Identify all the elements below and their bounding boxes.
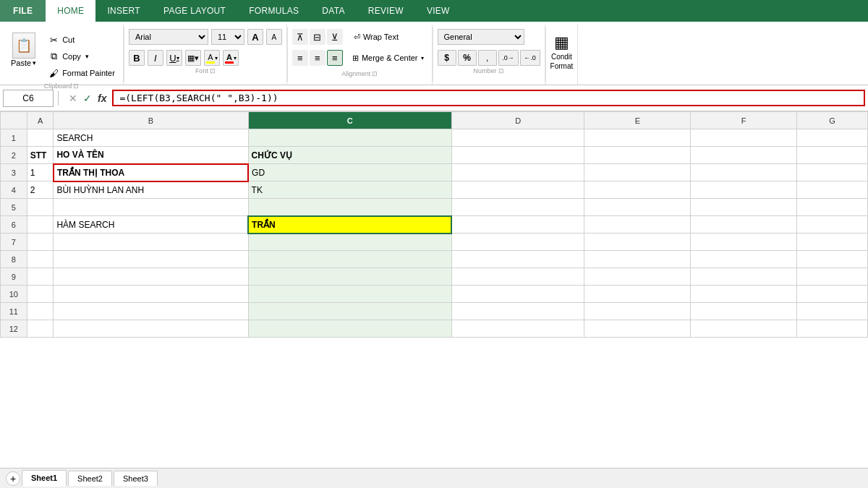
row-header-12[interactable]: 12 xyxy=(1,320,27,338)
cell-b3[interactable]: TRẦN THỊ THOA xyxy=(54,164,248,181)
cell-b4[interactable]: BÙI HUỲNH LAN ANH xyxy=(54,181,248,199)
cell-g1[interactable] xyxy=(797,129,868,147)
font-name-select[interactable]: Arial xyxy=(129,29,208,45)
cell-d11[interactable] xyxy=(451,303,584,320)
copy-button[interactable]: ⧉ Copy ▾ xyxy=(44,48,119,64)
row-header-8[interactable]: 8 xyxy=(1,251,27,268)
cell-g4[interactable] xyxy=(797,181,868,199)
underline-button[interactable]: U ▾ xyxy=(166,50,182,66)
cell-f7[interactable] xyxy=(691,234,797,251)
tab-insert[interactable]: INSERT xyxy=(95,0,152,22)
tab-home[interactable]: HOME xyxy=(46,0,95,22)
col-header-e[interactable]: E xyxy=(584,112,691,129)
cancel-formula-icon[interactable]: ✕ xyxy=(69,93,77,104)
cell-a8[interactable] xyxy=(27,251,54,268)
cell-d3[interactable] xyxy=(451,164,584,181)
sheet-tab-1[interactable]: Sheet1 xyxy=(22,470,67,487)
sheet-tab-2[interactable]: Sheet2 xyxy=(68,471,112,486)
align-right-button[interactable]: ≡ xyxy=(327,50,343,66)
fill-color-dropdown[interactable]: ▾ xyxy=(215,55,218,61)
cell-c11[interactable] xyxy=(248,303,451,320)
cell-reference-input[interactable] xyxy=(3,90,54,107)
cell-c9[interactable] xyxy=(248,268,451,286)
new-sheet-button[interactable]: + xyxy=(6,471,20,486)
fill-color-button[interactable]: A ▾ xyxy=(204,50,220,66)
border-button[interactable]: ▦▾ xyxy=(185,50,201,66)
bold-button[interactable]: B xyxy=(129,50,145,66)
cell-b11[interactable] xyxy=(54,303,248,320)
cell-g5[interactable] xyxy=(797,199,868,216)
col-header-f[interactable]: F xyxy=(691,112,797,129)
cell-g9[interactable] xyxy=(797,268,868,286)
cell-f9[interactable] xyxy=(691,268,797,286)
cell-a3[interactable]: 1 xyxy=(27,164,54,181)
cell-b10[interactable] xyxy=(54,286,248,303)
merge-dropdown-icon[interactable]: ▾ xyxy=(421,55,424,61)
align-center-button[interactable]: ≡ xyxy=(310,50,326,66)
cell-e4[interactable] xyxy=(584,181,691,199)
col-header-d[interactable]: D xyxy=(451,112,584,129)
cell-a6[interactable] xyxy=(27,216,54,234)
col-header-a[interactable]: A xyxy=(27,112,54,129)
alignment-dialog-icon[interactable]: ⊡ xyxy=(372,70,378,77)
cell-f12[interactable] xyxy=(691,320,797,338)
number-format-select[interactable]: General xyxy=(438,29,524,45)
cell-a10[interactable] xyxy=(27,286,54,303)
font-size-select[interactable]: 11 xyxy=(211,29,244,45)
cell-b6[interactable]: HÀM SEARCH xyxy=(54,216,248,234)
cell-e10[interactable] xyxy=(584,286,691,303)
cell-g10[interactable] xyxy=(797,286,868,303)
cell-c8[interactable] xyxy=(248,251,451,268)
cell-d6[interactable] xyxy=(451,216,584,234)
cell-e6[interactable] xyxy=(584,216,691,234)
clipboard-dialog-icon[interactable]: ⊡ xyxy=(73,82,79,90)
align-left-button[interactable]: ≡ xyxy=(292,50,308,66)
cell-d5[interactable] xyxy=(451,199,584,216)
cell-b8[interactable] xyxy=(54,251,248,268)
cell-f6[interactable] xyxy=(691,216,797,234)
font-shrink-button[interactable]: A xyxy=(266,29,282,45)
row-header-7[interactable]: 7 xyxy=(1,234,27,251)
row-header-5[interactable]: 5 xyxy=(1,199,27,216)
tab-review[interactable]: REVIEW xyxy=(357,0,415,22)
cell-f11[interactable] xyxy=(691,303,797,320)
cell-g12[interactable] xyxy=(797,320,868,338)
merge-center-button[interactable]: ⊞ Merge & Center ▾ xyxy=(349,51,427,65)
cell-f2[interactable] xyxy=(691,147,797,164)
increase-decimal-button[interactable]: .0→ xyxy=(498,50,519,66)
font-dialog-icon[interactable]: ⊡ xyxy=(210,67,216,74)
cell-c3[interactable]: GD xyxy=(248,164,451,181)
row-header-3[interactable]: 3 xyxy=(1,164,27,181)
paste-dropdown-icon[interactable]: ▾ xyxy=(33,59,36,67)
cell-c4[interactable]: TK xyxy=(248,181,451,199)
cell-e8[interactable] xyxy=(584,251,691,268)
row-header-9[interactable]: 9 xyxy=(1,268,27,286)
cell-c1[interactable] xyxy=(248,129,451,147)
cell-c2[interactable]: CHỨC VỤ xyxy=(248,147,451,164)
align-bottom-button[interactable]: ⊻ xyxy=(327,29,343,45)
cell-d9[interactable] xyxy=(451,268,584,286)
row-header-2[interactable]: 2 xyxy=(1,147,27,164)
cell-g2[interactable] xyxy=(797,147,868,164)
font-color-button[interactable]: A ▾ xyxy=(223,50,239,66)
cell-a7[interactable] xyxy=(27,234,54,251)
tab-file[interactable]: FILE xyxy=(0,0,46,22)
cell-f10[interactable] xyxy=(691,286,797,303)
cell-d7[interactable] xyxy=(451,234,584,251)
cell-e7[interactable] xyxy=(584,234,691,251)
row-header-10[interactable]: 10 xyxy=(1,286,27,303)
cell-e5[interactable] xyxy=(584,199,691,216)
cell-c12[interactable] xyxy=(248,320,451,338)
conditional-format-button[interactable]: ▦ Condit Format xyxy=(550,27,574,71)
cell-f1[interactable] xyxy=(691,129,797,147)
cell-g11[interactable] xyxy=(797,303,868,320)
cell-c6[interactable]: TRẦN xyxy=(248,216,451,234)
cell-b7[interactable] xyxy=(54,234,248,251)
cell-a1[interactable] xyxy=(27,129,54,147)
cell-d2[interactable] xyxy=(451,147,584,164)
cell-e11[interactable] xyxy=(584,303,691,320)
cell-c10[interactable] xyxy=(248,286,451,303)
cell-d10[interactable] xyxy=(451,286,584,303)
copy-dropdown-icon[interactable]: ▾ xyxy=(85,53,89,60)
cell-b9[interactable] xyxy=(54,268,248,286)
